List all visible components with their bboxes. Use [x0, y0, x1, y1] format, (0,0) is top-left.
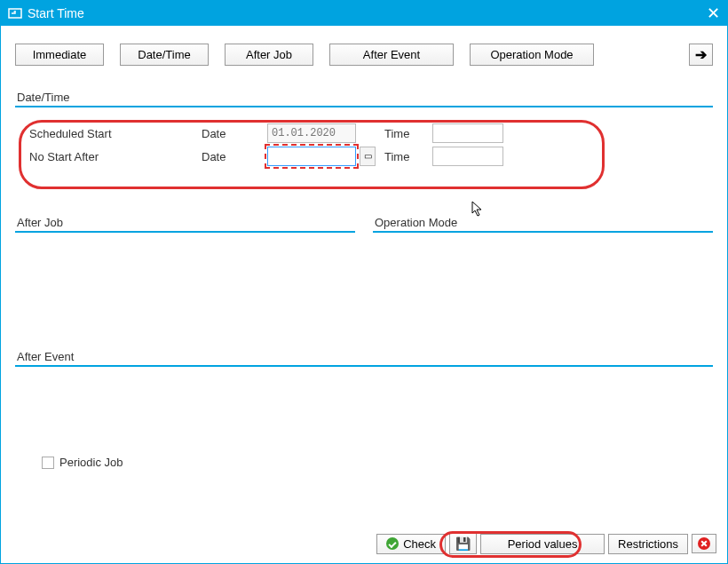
datetime-section: Date/Time Scheduled Start Date Time No S… [15, 91, 713, 180]
periodic-job-row: Periodic Job [42, 456, 713, 469]
mode-buttons-row: Immediate Date/Time After Job After Even… [15, 44, 713, 66]
restrictions-button[interactable]: Restrictions [608, 534, 688, 554]
check-button-label: Check [403, 537, 436, 551]
periodic-job-label: Periodic Job [59, 456, 123, 469]
bottom-toolbar: Check 💾 Period values Restrictions [376, 533, 716, 554]
two-column-row: After Job Operation Mode [15, 216, 713, 314]
datetime-section-label: Date/Time [15, 91, 713, 104]
after-event-section: After Event [15, 350, 713, 427]
scheduled-date-field[interactable] [267, 123, 356, 143]
check-icon [386, 537, 399, 550]
datetime-button[interactable]: Date/Time [120, 44, 209, 66]
scheduled-start-row: Scheduled Start Date Time [29, 122, 699, 145]
start-time-dialog: Start Time ✕ Immediate Date/Time After J… [0, 0, 728, 564]
save-button[interactable]: 💾 [449, 533, 477, 554]
immediate-button[interactable]: Immediate [15, 44, 104, 66]
check-button[interactable]: Check [376, 534, 446, 554]
no-start-date-field[interactable] [267, 147, 356, 166]
operation-mode-section-label: Operation Mode [373, 216, 713, 229]
datetime-block: Scheduled Start Date Time No Start After… [15, 106, 713, 180]
window-title: Start Time [28, 6, 84, 20]
date-label-2: Date [202, 150, 264, 163]
cancel-button[interactable] [692, 534, 716, 553]
f4-help-icon: ▭ [364, 151, 372, 161]
time-label: Time [384, 127, 429, 140]
window-icon [8, 6, 22, 20]
restrictions-label: Restrictions [618, 537, 678, 551]
scheduled-start-label: Scheduled Start [29, 127, 198, 140]
operation-mode-button[interactable]: Operation Mode [470, 44, 594, 66]
close-icon[interactable]: ✕ [707, 5, 720, 21]
after-job-button[interactable]: After Job [225, 44, 313, 66]
titlebar: Start Time ✕ [1, 1, 727, 26]
date-picker-button[interactable]: ▭ [360, 147, 376, 166]
after-event-section-label: After Event [15, 350, 713, 363]
after-job-section-label: After Job [15, 216, 355, 229]
operation-mode-block [373, 231, 713, 297]
period-values-label: Period values [508, 537, 578, 551]
date-label: Date [202, 127, 264, 140]
no-start-time-field[interactable] [432, 147, 503, 166]
content-area: Immediate Date/Time After Job After Even… [1, 26, 727, 469]
after-event-block [15, 365, 713, 427]
after-event-button[interactable]: After Event [329, 44, 454, 66]
periodic-job-checkbox[interactable] [42, 457, 54, 469]
cancel-icon [698, 537, 710, 550]
after-job-section: After Job [15, 216, 355, 314]
operation-mode-section: Operation Mode [373, 216, 713, 314]
no-start-after-label: No Start After [29, 150, 198, 163]
next-arrow-button[interactable]: ➔ [689, 44, 713, 66]
time-label-2: Time [384, 150, 429, 163]
save-icon: 💾 [455, 536, 471, 551]
period-values-button[interactable]: Period values [480, 534, 605, 554]
after-job-block [15, 231, 355, 297]
arrow-right-icon: ➔ [695, 47, 707, 62]
scheduled-time-field[interactable] [432, 123, 503, 143]
no-start-after-row: No Start After Date ▭ Time [29, 145, 699, 168]
